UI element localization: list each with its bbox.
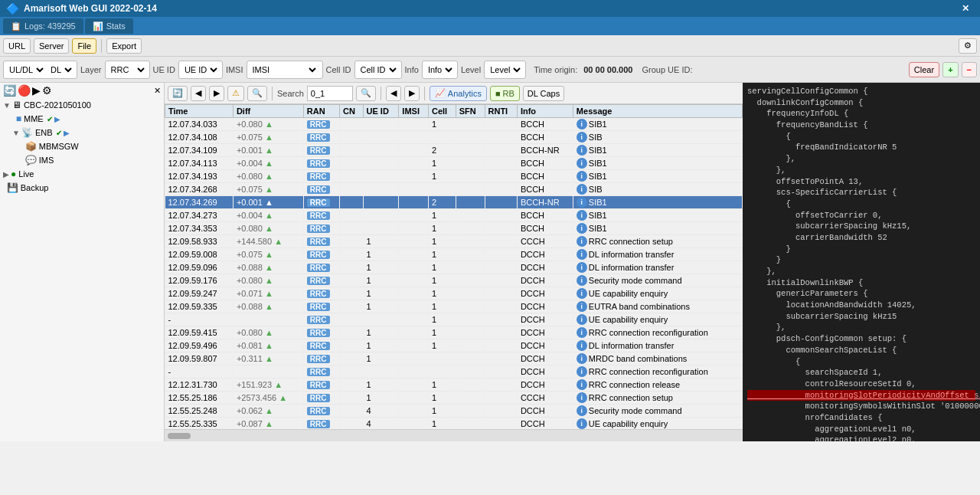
tree-item-enb[interactable]: ▼ 📡 ENB ✔ ▶ xyxy=(0,126,164,139)
table-row[interactable]: - RRC 1 DCCH iUE capability enquiry xyxy=(165,313,743,326)
close-icon[interactable]: ✕ xyxy=(957,3,974,14)
table-row[interactable]: 12.09.59.247 +0.071 ▲ RRC 1 1 DCCH iUE c… xyxy=(165,287,743,300)
table-row[interactable]: 12.09.58.933 +144.580 ▲ RRC 1 1 CCCH iRR… xyxy=(165,235,743,248)
ul-dl-group: UL/DLULDL DL xyxy=(3,61,77,79)
refresh-btn[interactable]: 🔄 xyxy=(168,86,188,101)
left-panel: 🔄 🔴 ▶ ⚙ ✕ ▼ 🖥 CBC-2021050100 ■ MME ✔ ▶ ▼… xyxy=(0,83,165,441)
cell-rnti xyxy=(485,287,517,300)
search-icon-btn[interactable]: 🔍 xyxy=(356,86,376,101)
rrc-badge: RRC xyxy=(307,277,330,285)
dl-caps-button[interactable]: DL Caps xyxy=(523,86,564,101)
cell-rnti xyxy=(485,274,517,287)
tree-item-controls[interactable]: 🔄 🔴 ▶ ⚙ ✕ xyxy=(0,83,164,98)
table-row[interactable]: 12.55.25.248 +0.062 ▲ RRC 4 1 DCCH iSecu… xyxy=(165,405,743,418)
clear-button[interactable]: Clear xyxy=(909,62,939,77)
rb-button[interactable]: ■ RB xyxy=(490,86,520,101)
code-line: downlinkConfigCommon { xyxy=(747,97,975,109)
info-select[interactable]: Info xyxy=(425,62,455,77)
table-row[interactable]: 12.09.59.807 +0.311 ▲ RRC 1 DCCH iMRDC b… xyxy=(165,352,743,366)
right-panel: servingCellConfigCommon { downlinkConfig… xyxy=(743,83,980,441)
tree-label-mme: MME xyxy=(24,114,44,123)
ue-id-select[interactable]: UE ID xyxy=(181,62,220,77)
tree-label-live: Live xyxy=(18,169,34,179)
analytics-button[interactable]: 📈 Analytics xyxy=(430,86,487,101)
tab-logs[interactable]: 📋 Logs: 439295 xyxy=(3,18,83,34)
table-row[interactable]: 12.07.34.273 +0.004 ▲ RRC 1 BCCH iSIB1 xyxy=(165,209,743,222)
table-row[interactable]: 12.07.34.193 +0.080 ▲ RRC 1 BCCH iSIB1 xyxy=(165,170,743,183)
file-button[interactable]: File xyxy=(72,38,96,54)
cell-message: iSecurity mode command xyxy=(573,274,742,287)
close-panel-icon[interactable]: ✕ xyxy=(154,86,161,96)
table-row[interactable]: 12.07.34.109 +0.001 ▲ RRC 2 BCCH-NR iSIB… xyxy=(165,144,743,157)
table-row[interactable]: 12.09.59.008 +0.075 ▲ RRC 1 1 DCCH iDL i… xyxy=(165,248,743,261)
table-row[interactable]: 12.12.31.730 +151.923 ▲ RRC 1 1 DCCH iRR… xyxy=(165,379,743,392)
table-row[interactable]: 12.09.59.335 +0.088 ▲ RRC 1 1 DCCH iEUTR… xyxy=(165,300,743,313)
layer-select[interactable]: RRCNASPDCPRLCMAC xyxy=(108,62,147,77)
tree-item-live[interactable]: ▶ ● Live xyxy=(0,167,164,181)
filter-btn[interactable]: 🔍 xyxy=(247,86,267,101)
table-row[interactable]: 12.07.34.108 +0.075 ▲ RRC BCCH iSIB xyxy=(165,131,743,144)
cell-imsi xyxy=(399,405,429,418)
refresh-icon[interactable]: 🔄 xyxy=(3,84,16,97)
cell-imsi xyxy=(399,170,429,183)
url-button[interactable]: URL xyxy=(3,38,31,54)
table-row[interactable]: 12.07.34.269 +0.001 ▲ RRC 2 BCCH-NR iSIB… xyxy=(165,196,743,209)
analytics-icon: 📈 xyxy=(435,88,446,98)
cell-ueid: 1 xyxy=(363,392,399,405)
cell-time: 12.09.58.933 xyxy=(165,235,234,248)
add-button[interactable]: + xyxy=(942,62,958,77)
table-row[interactable]: 12.09.59.096 +0.088 ▲ RRC 1 1 DCCH iDL i… xyxy=(165,261,743,274)
prev-btn[interactable]: ◀ xyxy=(191,86,206,101)
cell-info: DCCH xyxy=(517,313,573,326)
cell-imsi xyxy=(399,235,429,248)
cell-cn xyxy=(340,379,363,392)
table-row[interactable]: 12.07.34.353 +0.080 ▲ RRC 1 BCCH iSIB1 xyxy=(165,222,743,235)
table-row[interactable]: 12.07.34.268 +0.075 ▲ RRC BCCH iSIB xyxy=(165,183,743,196)
tree-item-cbc[interactable]: ▼ 🖥 CBC-2021050100 xyxy=(0,98,164,112)
minus-button[interactable]: − xyxy=(962,62,977,77)
search-input[interactable] xyxy=(307,86,353,101)
prev2-btn[interactable]: ◀ xyxy=(386,86,401,101)
table-row[interactable]: 12.55.25.186 +2573.456 ▲ RRC 1 1 CCCH iR… xyxy=(165,392,743,405)
imsi-select[interactable]: IMSI xyxy=(250,62,318,77)
table-row[interactable]: 12.09.59.415 +0.080 ▲ RRC 1 1 DCCH iRRC … xyxy=(165,326,743,339)
cell-cn xyxy=(340,261,363,274)
settings-button[interactable]: ⚙ xyxy=(959,38,977,54)
filter-sep2 xyxy=(381,87,381,100)
cell-ran: RRC xyxy=(303,261,339,274)
tab-stats[interactable]: 📊 Stats xyxy=(85,18,133,34)
table-row[interactable]: 12.55.25.335 +0.087 ▲ RRC 4 1 DCCH iUE c… xyxy=(165,418,743,430)
tree-arrow-mme xyxy=(12,115,15,123)
gear-icon[interactable]: ⚙ xyxy=(42,84,52,97)
bottom-scrollbar[interactable] xyxy=(165,429,743,441)
cell-ran: RRC xyxy=(303,118,339,131)
tree-item-ims[interactable]: 💬 IMS xyxy=(0,153,164,167)
cell-rnti xyxy=(485,144,517,157)
tree-item-mme[interactable]: ■ MME ✔ ▶ xyxy=(0,112,164,126)
cell-cn xyxy=(340,405,363,418)
cell-ueid: 1 xyxy=(363,261,399,274)
next-btn[interactable]: ▶ xyxy=(209,86,224,101)
warning-btn[interactable]: ⚠ xyxy=(227,86,244,101)
table-row[interactable]: - RRC DCCH iRRC connection reconfigurati… xyxy=(165,366,743,379)
dl-select[interactable]: DL xyxy=(47,62,74,77)
ul-dl-select[interactable]: UL/DLULDL xyxy=(6,62,46,77)
server-button[interactable]: Server xyxy=(34,38,69,54)
next2-btn[interactable]: ▶ xyxy=(404,86,420,101)
cell-id-select[interactable]: Cell ID xyxy=(358,62,399,77)
cell-ueid xyxy=(363,118,399,131)
cell-time: 12.55.25.335 xyxy=(165,418,234,430)
play-icon[interactable]: ▶ xyxy=(32,84,41,97)
tree-item-mbmsgw[interactable]: 📦 MBMSGW xyxy=(0,139,164,153)
export-button[interactable]: Export xyxy=(106,38,142,54)
table-row[interactable]: 12.07.34.113 +0.004 ▲ RRC 1 BCCH iSIB1 xyxy=(165,157,743,170)
cell-imsi xyxy=(399,326,429,339)
stop-icon[interactable]: 🔴 xyxy=(18,84,31,97)
table-row[interactable]: 12.09.59.496 +0.081 ▲ RRC 1 1 DCCH iDL i… xyxy=(165,339,743,352)
table-row[interactable]: 12.07.34.033 +0.080 ▲ RRC 1 BCCH iSIB1 xyxy=(165,118,743,131)
rrc-badge: RRC xyxy=(307,238,330,246)
cell-diff: +0.004 ▲ xyxy=(233,157,303,170)
tree-item-backup[interactable]: 💾 Backup xyxy=(0,181,164,195)
level-select[interactable]: Level xyxy=(487,62,523,77)
table-row[interactable]: 12.09.59.176 +0.080 ▲ RRC 1 1 DCCH iSecu… xyxy=(165,274,743,287)
